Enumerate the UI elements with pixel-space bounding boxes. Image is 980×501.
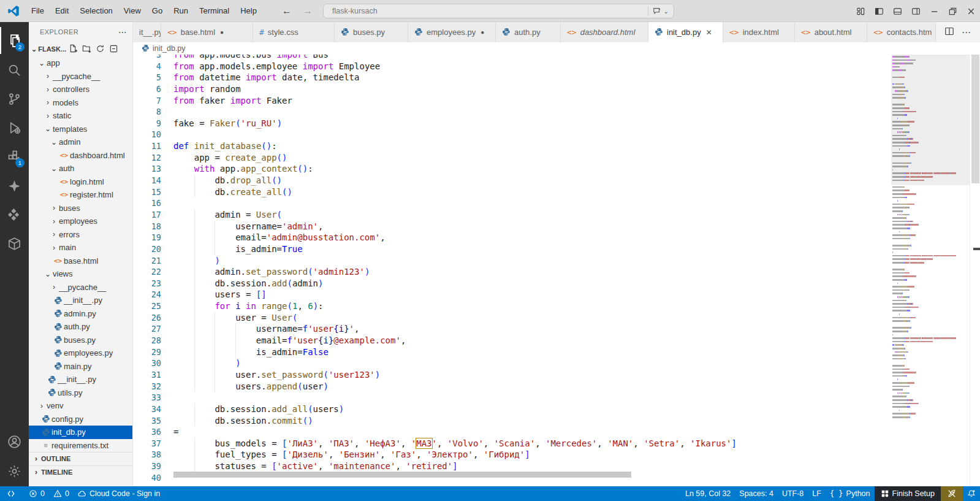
code-line-37[interactable]: 37 bus_models = ['ЛиАЗ', 'ПАЗ', 'НефАЗ',…: [133, 438, 980, 449]
code-line-12[interactable]: 12 app = create_app(): [133, 152, 980, 164]
minimap[interactable]: [891, 55, 970, 486]
tree-item--init-py[interactable]: __init__.py: [29, 294, 132, 307]
tree-item-utils-py[interactable]: utils.py: [29, 386, 132, 400]
tree-item-buses-py[interactable]: buses.py: [29, 334, 132, 347]
code-line-14[interactable]: 14 db.drop_all(): [133, 175, 980, 186]
code-line-35[interactable]: 35 db.session.commit(): [133, 415, 980, 427]
menu-file[interactable]: File: [26, 0, 50, 22]
tree-item-register-html[interactable]: <>register.html: [29, 188, 132, 202]
close-icon[interactable]: [962, 0, 980, 22]
more-actions-icon[interactable]: ⋯: [118, 27, 127, 37]
status-cloud-code-sign-in[interactable]: Cloud Code - Sign in: [74, 486, 164, 501]
tree-item-templates[interactable]: ⌄templates: [29, 123, 132, 136]
tree-item-app[interactable]: ⌄app: [29, 56, 132, 70]
code-line-9[interactable]: 9fake = Faker('ru_RU'): [133, 118, 980, 129]
status-notifications[interactable]: [963, 486, 980, 501]
code-line-32[interactable]: 32 users.append(user): [133, 381, 980, 392]
activity-explorer-button[interactable]: 2: [0, 27, 29, 54]
tab-about-html[interactable]: <>about.html: [795, 22, 867, 42]
code-line-30[interactable]: 30 ): [133, 358, 980, 369]
tree-item-controllers[interactable]: ›controllers: [29, 83, 132, 96]
tree-item-init-db-py[interactable]: init_db.py: [29, 426, 132, 439]
code-line-8[interactable]: 8: [133, 106, 980, 118]
status-warnings[interactable]: 0: [49, 486, 74, 501]
status-launch-disabled[interactable]: [941, 486, 963, 501]
refresh-icon[interactable]: [96, 44, 105, 55]
code-line-18[interactable]: 18 username='admin',: [133, 221, 980, 232]
code-line-10[interactable]: 10: [133, 129, 980, 140]
code-editor[interactable]: 3from app.models.bus import Bus4from app…: [133, 55, 980, 486]
chat-icon[interactable]: ⌄: [648, 6, 669, 16]
tree-item-admin-py[interactable]: admin.py: [29, 307, 132, 321]
code-line-28[interactable]: 28 email=f'user{i}@example.com',: [133, 335, 980, 346]
section-timeline[interactable]: ›TIMELINE: [29, 465, 132, 479]
tree-item-requirements-txt[interactable]: ≡requirements.txt: [29, 439, 132, 453]
menu-run[interactable]: Run: [168, 0, 194, 22]
menu-view[interactable]: View: [118, 0, 146, 22]
code-line-36[interactable]: 36=: [133, 426, 980, 438]
tree-item-employees[interactable]: ›employees: [29, 215, 132, 228]
menu-edit[interactable]: Edit: [50, 0, 74, 22]
search-input[interactable]: flask-kursach: [329, 7, 648, 15]
code-line-21[interactable]: 21 ): [133, 255, 980, 267]
code-line-16[interactable]: 16: [133, 197, 980, 209]
tree-item-login-html[interactable]: <>login.html: [29, 175, 132, 189]
tree-item-main-py[interactable]: main.py: [29, 360, 132, 373]
code-line-38[interactable]: 38 fuel_types = ['Дизель', 'Бензин', 'Га…: [133, 449, 980, 461]
status-indentation[interactable]: Spaces: 4: [735, 486, 778, 501]
tree-item-main[interactable]: ›main: [29, 241, 132, 254]
tree-item--pycache-[interactable]: ›__pycache__: [29, 70, 132, 83]
section-outline[interactable]: ›OUTLINE: [29, 452, 132, 465]
layout-grid-icon[interactable]: [851, 0, 870, 22]
close-tab-icon[interactable]: ✕: [706, 28, 712, 37]
code-line-33[interactable]: 33: [133, 392, 980, 403]
tab-dashboard-html[interactable]: <>dashboard.html: [561, 22, 648, 42]
status-cursor-position[interactable]: Ln 59, Col 32: [681, 486, 735, 501]
code-line-26[interactable]: 26 user = User(: [133, 312, 980, 324]
menu-go[interactable]: Go: [146, 0, 168, 22]
code-line-17[interactable]: 17 admin = User(: [133, 209, 980, 221]
tree-item-auth[interactable]: ⌄auth: [29, 162, 132, 175]
tree-item-config-py[interactable]: config.py: [29, 413, 132, 426]
code-line-22[interactable]: 22 admin.set_password('admin123'): [133, 266, 980, 278]
code-line-15[interactable]: 15 db.create_all(): [133, 186, 980, 198]
tree-item--pycache-[interactable]: ›__pycache__: [29, 281, 132, 294]
activity-settings-button[interactable]: [0, 457, 29, 484]
status-language-mode[interactable]: { }Python: [826, 486, 875, 501]
code-line-7[interactable]: 7from faker import Faker: [133, 95, 980, 107]
tab-it-py[interactable]: it__.py: [133, 22, 161, 42]
code-line-29[interactable]: 29 is_admin=False: [133, 346, 980, 358]
menu-terminal[interactable]: Terminal: [194, 0, 235, 22]
code-line-39[interactable]: 39 statuses = ['active', 'maintenance', …: [133, 461, 980, 472]
new-file-icon[interactable]: [69, 44, 78, 55]
tab-base-html[interactable]: <>base.html●: [161, 22, 253, 42]
activity-account-button[interactable]: [0, 428, 29, 455]
sidebar-right-icon[interactable]: [906, 0, 925, 22]
code-line-19[interactable]: 19 email='admin@busstation.com',: [133, 232, 980, 243]
status-encoding[interactable]: UTF-8: [778, 486, 808, 501]
activity-gemini-button[interactable]: [0, 172, 29, 199]
tree-item-buses[interactable]: ›buses: [29, 202, 132, 215]
tree-item-dashboard-html[interactable]: <>dashboard.html: [29, 149, 132, 163]
activity-search-button[interactable]: [0, 56, 29, 83]
tree-item-static[interactable]: ›static: [29, 109, 132, 123]
code-line-27[interactable]: 27 username=f'user{i}',: [133, 323, 980, 335]
forward-button[interactable]: →: [303, 6, 313, 17]
breadcrumb[interactable]: init_db.py: [133, 42, 980, 55]
activity-run-debug-button[interactable]: [0, 114, 29, 141]
tree-item-admin[interactable]: ⌄admin: [29, 136, 132, 149]
code-line-23[interactable]: 23 db.session.add(admin): [133, 278, 980, 289]
code-line-24[interactable]: 24 users = []: [133, 289, 980, 300]
code-line-6[interactable]: 6import random: [133, 83, 980, 95]
panel-bottom-icon[interactable]: [888, 0, 906, 22]
activity-containers-button[interactable]: [0, 230, 29, 257]
tree-item-base-html[interactable]: <>base.html: [29, 254, 132, 268]
menu-selection[interactable]: Selection: [74, 0, 118, 22]
code-line-31[interactable]: 31 user.set_password('user123'): [133, 369, 980, 381]
code-line-5[interactable]: 5from datetime import date, timedelta: [133, 72, 980, 83]
code-line-3[interactable]: 3from app.models.bus import Bus: [133, 55, 980, 61]
tab-employees-py[interactable]: employees.py●: [408, 22, 496, 42]
sidebar-left-icon[interactable]: [870, 0, 888, 22]
restore-icon[interactable]: [943, 0, 962, 22]
status-remote-indicator[interactable]: [2, 486, 20, 501]
